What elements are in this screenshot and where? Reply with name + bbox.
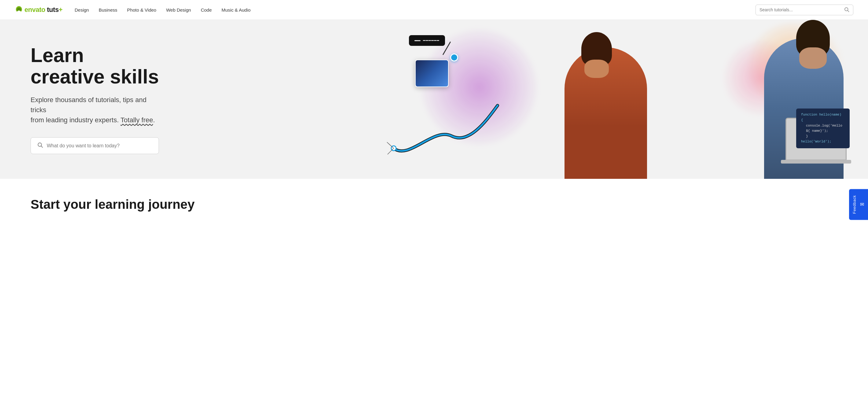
nav-code[interactable]: Code — [201, 7, 212, 12]
search-icon-hero — [37, 142, 43, 148]
code-line-3: } — [801, 134, 845, 139]
nav-web-design[interactable]: Web Design — [166, 7, 191, 12]
hero-subtitle: Explore thousands of tutorials, tips and… — [31, 95, 159, 125]
hero-title: Learn creative skills — [31, 44, 159, 88]
brush-icon — [414, 39, 421, 42]
code-line-2: console.log('Hello ${ name}'); — [801, 123, 845, 134]
bottom-section: Start your learning journey — [0, 179, 868, 224]
feedback-label: Feedback — [852, 195, 857, 214]
hero-subtitle-part1: Explore thousands of tutorials, tips and… — [31, 96, 146, 114]
code-line-4: hello('World'); — [801, 139, 845, 145]
person-2-face — [799, 48, 827, 69]
svg-rect-5 — [414, 40, 417, 41]
svg-line-1 — [847, 10, 849, 11]
logo-link[interactable]: envato tuts+ — [15, 5, 62, 14]
navbar: envato tuts+ Design Business Photo & Vid… — [0, 0, 868, 20]
logo-text: envato tuts+ — [25, 6, 62, 14]
bezier-curve-svg — [384, 81, 501, 166]
nav-photo-video[interactable]: Photo & Video — [127, 7, 156, 12]
feedback-email-icon: ✉ — [859, 202, 865, 208]
person-1-face — [584, 60, 609, 78]
navbar-search-input[interactable] — [760, 7, 841, 12]
hero-illustration: ━━━━━━ — [391, 20, 868, 179]
logo-icon — [15, 5, 23, 14]
color-picker-handle — [450, 54, 458, 61]
code-snippet: function hello(name) { console.log('Hell… — [796, 108, 850, 148]
search-icon — [844, 7, 849, 12]
navbar-search-button[interactable] — [844, 7, 849, 13]
nav-music-audio[interactable]: Music & Audio — [222, 7, 251, 12]
people-illustration — [534, 20, 868, 179]
hero-content: Learn creative skills Explore thousands … — [0, 20, 183, 179]
bottom-section-title: Start your learning journey — [31, 197, 837, 212]
svg-line-7 — [387, 142, 394, 148]
feedback-tab[interactable]: ✉ Feedback — [849, 189, 868, 220]
nav-business[interactable]: Business — [99, 7, 117, 12]
hero-subtitle-end: . — [153, 116, 155, 124]
hero-subtitle-part2: from leading industry experts. — [31, 116, 120, 124]
brush-label-text: ━━━━━━ — [423, 38, 439, 43]
code-line-1: function hello(name) { — [801, 112, 845, 123]
hero-search-box — [31, 137, 159, 154]
laptop-base — [781, 160, 851, 163]
nav-links: Design Business Photo & Video Web Design… — [74, 7, 755, 12]
hero-subtitle-highlight: Totally free — [120, 116, 153, 124]
svg-line-8 — [388, 148, 394, 154]
hero-search-icon — [37, 142, 43, 150]
nav-design[interactable]: Design — [74, 7, 89, 12]
navbar-search-area — [755, 5, 853, 15]
float-brush-label: ━━━━━━ — [409, 35, 445, 46]
hero-section: Learn creative skills Explore thousands … — [0, 20, 868, 179]
hero-search-input[interactable] — [47, 143, 153, 149]
svg-line-3 — [41, 146, 43, 148]
navbar-search-container — [755, 5, 853, 15]
